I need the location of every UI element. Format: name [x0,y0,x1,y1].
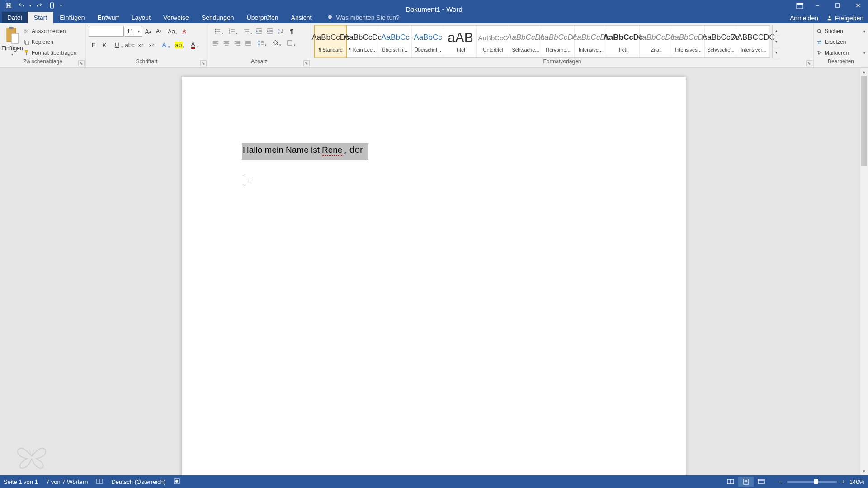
zoom-in-button[interactable]: + [840,478,847,485]
tab-start[interactable]: Start [28,12,54,23]
gallery-up-button[interactable]: ▴ [773,25,780,36]
word-count[interactable]: 7 von 7 Wörtern [46,479,88,485]
style-item[interactable]: AaBbCcCUntertitel [477,26,509,57]
highlight-button[interactable]: ab▾ [172,39,185,50]
scroll-up-button[interactable]: ▴ [860,68,868,76]
zoom-slider[interactable] [787,481,837,483]
line-spacing-button[interactable]: ▾ [254,38,268,48]
find-button[interactable]: Suchen ▾ [816,26,865,36]
styles-launcher[interactable]: ⬊ [806,60,812,66]
selected-text[interactable]: Hallo mein Name ist Rene , der [242,143,368,160]
style-item[interactable]: AaBbCcDc¶ Kein Lee... [347,26,379,57]
style-item[interactable]: AaBbCcDcIntensive... [575,26,607,57]
page-indicator[interactable]: Seite 1 von 1 [4,479,38,485]
style-item[interactable]: AaBbCcÜberschrif... [379,26,412,57]
gallery-more-button[interactable]: ▾ [773,47,780,58]
bullets-button[interactable]: ▾ [211,26,224,37]
undo-button[interactable] [15,0,27,11]
undo-dropdown[interactable]: ▾ [28,4,33,8]
grow-font-button[interactable]: A▴ [143,26,153,37]
style-item[interactable]: aABTitel [444,26,477,57]
vertical-scrollbar[interactable]: ▴ ▾ [860,68,868,475]
redo-button[interactable] [33,0,45,11]
bold-button[interactable]: F [89,39,99,50]
align-center-button[interactable] [222,38,231,48]
save-button[interactable] [3,0,14,11]
italic-button[interactable]: K [99,39,109,50]
justify-button[interactable] [243,38,253,48]
document-area[interactable]: Hallo mein Name ist Rene , der ≡ [0,68,860,475]
touch-mode-button[interactable] [46,0,58,11]
decrease-indent-button[interactable] [254,26,264,37]
sort-button[interactable]: AZ [276,26,286,37]
gallery-down-button[interactable]: ▾ [773,36,780,47]
clipboard-launcher[interactable]: ⬊ [78,60,85,66]
page[interactable]: Hallo mein Name ist Rene , der ≡ [182,77,686,475]
style-item[interactable]: AaBbCcDcFett [607,26,640,57]
style-item[interactable]: AaBbCcDcSchwache... [509,26,542,57]
change-case-button[interactable]: Aa▾ [165,26,178,37]
format-painter-button[interactable]: Format übertragen [24,48,76,58]
select-button[interactable]: Markieren ▾ [816,48,865,58]
tab-view[interactable]: Ansicht [285,12,318,23]
subscript-button[interactable]: x2 [136,39,146,50]
tab-mailings[interactable]: Sendungen [195,12,241,23]
paragraph-launcher[interactable]: ⬊ [303,60,310,66]
zoom-out-button[interactable]: − [777,478,784,485]
style-item[interactable]: AaBbCcDcHervorhe... [542,26,575,57]
tab-review[interactable]: Überprüfen [241,12,285,23]
share-button[interactable]: Freigeben [826,14,863,22]
font-size-input[interactable]: 11▾ [125,26,142,37]
ribbon-display-options-button[interactable] [795,2,805,10]
shading-button[interactable]: ▾ [269,38,282,48]
text-effects-button[interactable]: A▾ [157,39,171,50]
numbering-button[interactable]: 123▾ [225,26,239,37]
style-item[interactable]: AaBbCcÜberschrif... [412,26,444,57]
clear-formatting-button[interactable]: A̷ [179,26,189,37]
print-layout-button[interactable] [738,477,754,487]
minimize-button[interactable] [807,0,827,11]
scroll-down-button[interactable]: ▾ [860,467,868,475]
multilevel-list-button[interactable]: ▾ [240,26,253,37]
underline-button[interactable]: U▾ [110,39,124,50]
show-marks-button[interactable]: ¶ [287,26,297,37]
font-name-input[interactable] [89,26,124,37]
scroll-thumb[interactable] [861,76,867,166]
style-item[interactable]: AABBCCDCIntensiver... [737,26,770,57]
read-mode-button[interactable] [723,477,738,487]
borders-button[interactable]: ▾ [283,38,297,48]
language-indicator[interactable]: Deutsch (Österreich) [111,479,165,485]
font-color-button[interactable]: A▾ [186,39,200,50]
paste-button[interactable]: Einfügen ▾ [3,25,22,58]
web-layout-button[interactable] [754,477,769,487]
style-item[interactable]: AaBbCcDc¶ Standard [314,26,347,57]
superscript-button[interactable]: x2 [146,39,156,50]
replace-button[interactable]: Ersetzen [816,37,865,47]
style-item[interactable]: AaBbCcDcIntensives... [672,26,705,57]
tab-design[interactable]: Entwurf [91,12,125,23]
zoom-level[interactable]: 140% [849,479,864,485]
maximize-button[interactable] [827,0,848,11]
copy-button[interactable]: Kopieren [24,37,76,47]
outdent-icon [256,28,262,34]
font-launcher[interactable]: ⬊ [200,60,207,66]
tell-me-search[interactable]: Was möchten Sie tun? [327,12,399,23]
cut-button[interactable]: Ausschneiden [24,26,76,36]
align-right-button[interactable] [232,38,242,48]
increase-indent-button[interactable] [265,26,275,37]
close-button[interactable] [848,0,868,11]
tab-insert[interactable]: Einfügen [53,12,91,23]
sign-in-link[interactable]: Anmelden [790,14,818,22]
spell-check-status[interactable] [96,478,103,486]
qat-customize-dropdown[interactable]: ▾ [59,4,63,8]
macro-record-button[interactable] [174,478,180,486]
tab-references[interactable]: Verweise [157,12,195,23]
view-buttons [723,477,769,487]
tab-layout[interactable]: Layout [125,12,157,23]
tab-file[interactable]: Datei [2,12,28,23]
style-item[interactable]: AaBbCcDcZitat [640,26,672,57]
sort-icon: AZ [278,28,284,34]
align-left-button[interactable] [211,38,221,48]
shrink-font-button[interactable]: A▾ [154,26,164,37]
strikethrough-button[interactable]: abc [125,39,135,50]
